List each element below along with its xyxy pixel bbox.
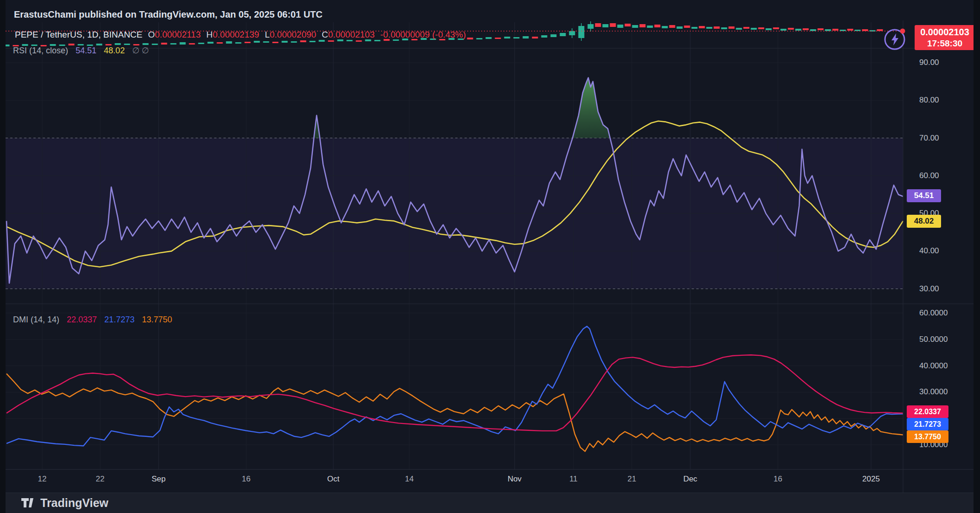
rsi-empty-values: ∅ ∅ — [132, 45, 149, 56]
mini-candle — [569, 31, 575, 35]
rsi-ma-value: 48.02 — [104, 46, 125, 56]
rsi-axis-label: 70.00 — [919, 134, 939, 143]
alert-lightning-icon[interactable] — [882, 26, 909, 53]
mini-candle — [532, 37, 538, 38]
ohlc-close: C0.00002103 — [322, 30, 375, 40]
rsi-axis-label: 80.00 — [919, 96, 939, 105]
mini-candle — [825, 29, 831, 31]
symbol-pair[interactable]: PEPE / TetherUS, 1D, BINANCE — [15, 30, 142, 40]
mini-candle — [161, 43, 167, 45]
mini-candle — [588, 24, 594, 29]
mini-candle — [523, 36, 529, 38]
last-price: 0.00002103 — [920, 26, 969, 38]
mini-candle — [632, 25, 638, 28]
minus-di-line — [6, 374, 903, 452]
mini-candle — [273, 42, 279, 43]
mini-candle — [714, 26, 720, 29]
mini-candle — [751, 28, 757, 30]
mini-candle — [803, 28, 809, 30]
right-edge-strip — [974, 0, 980, 513]
dmi-axis-label: 30.0000 — [919, 387, 948, 397]
mini-candle — [788, 28, 794, 30]
time-axis-label: 16 — [225, 475, 267, 484]
mini-candle — [677, 26, 683, 29]
mini-candle — [744, 27, 750, 29]
rsi-pane-label[interactable]: RSI (14, close) — [13, 46, 68, 56]
mini-candle — [603, 24, 609, 27]
mini-candle — [171, 43, 177, 45]
mini-candle — [300, 40, 306, 42]
dmi-adx-value: 22.0337 — [67, 315, 97, 325]
rsi-axis-label: 90.00 — [919, 58, 939, 67]
lightning-bolt-glyph — [891, 33, 898, 45]
plus-di-price-badge: 21.7273 — [907, 418, 948, 430]
time-axis-label: Nov — [494, 475, 535, 484]
symbol-info-row[interactable]: PEPE / TetherUS, 1D, BINANCE O0.00002113… — [15, 30, 466, 40]
mini-candle — [617, 25, 624, 28]
alert-notification-dot — [900, 29, 905, 34]
mini-candle — [699, 26, 705, 28]
time-axis-label: 11 — [553, 475, 594, 484]
mini-candle — [692, 27, 698, 29]
footer-bar: TradingView — [0, 493, 980, 513]
mini-candle — [208, 42, 214, 44]
dmi-minus-di-value: 13.7750 — [142, 315, 172, 325]
mini-candle — [514, 37, 520, 38]
mini-candle — [143, 43, 149, 45]
mini-candle — [669, 25, 675, 28]
dmi-pane-label[interactable]: DMI (14, 14) — [13, 315, 59, 325]
mini-candle — [610, 23, 616, 27]
adx-price-badge: 22.0337 — [907, 405, 948, 418]
tradingview-logo-text[interactable]: TradingView — [40, 496, 108, 510]
price-change: -0.00000009 (-0.43%) — [380, 30, 466, 40]
mini-candle — [721, 27, 727, 29]
rsi-axis-label: 60.00 — [919, 171, 939, 180]
dmi-indicator-row[interactable]: DMI (14, 14) 22.0337 21.7273 13.7750 — [13, 315, 172, 325]
rsi-indicator-row[interactable]: RSI (14, close) 54.51 48.02 ∅ ∅ — [13, 45, 149, 56]
mini-candle — [375, 40, 381, 41]
mini-candle — [328, 40, 334, 42]
minus-di-price-badge: 13.7750 — [907, 430, 948, 443]
rsi-axis-label: 30.00 — [919, 284, 939, 294]
published-line: ErastusChami published on TradingView.co… — [14, 9, 323, 20]
mini-candle — [467, 38, 473, 39]
mini-candle — [579, 26, 585, 38]
chart-canvas[interactable] — [0, 0, 980, 513]
left-edge-strip — [0, 0, 6, 513]
mini-candle — [758, 27, 764, 29]
mini-candle — [766, 28, 772, 30]
mini-candle — [347, 40, 353, 41]
time-axis-label: 2025 — [850, 475, 892, 484]
mini-candle — [684, 26, 690, 28]
mini-candle — [180, 42, 186, 45]
mini-candle — [560, 33, 566, 36]
mini-candle — [847, 29, 853, 31]
mini-candle — [647, 26, 653, 28]
plus-di-line — [6, 326, 903, 446]
mini-candle — [640, 24, 646, 27]
mini-candle — [189, 43, 195, 45]
time-axis-label: Oct — [312, 475, 354, 484]
dmi-axis-label: 40.0000 — [919, 361, 948, 371]
mini-candle — [356, 40, 362, 42]
rsi-value: 54.51 — [76, 46, 96, 56]
ohlc-low: L0.00002090 — [265, 30, 316, 40]
dmi-axis-label: 60.0000 — [919, 308, 948, 318]
ohlc-high: H0.00002139 — [206, 30, 259, 40]
mini-candle — [319, 40, 325, 42]
mini-candle — [486, 37, 492, 39]
adx-line — [6, 355, 903, 431]
mini-candle — [625, 24, 631, 26]
mini-candle — [115, 43, 121, 45]
mini-candle — [245, 42, 251, 43]
mini-candle — [198, 43, 204, 44]
mini-candle — [291, 41, 297, 43]
mini-candle — [254, 41, 260, 43]
mini-candle — [124, 44, 130, 45]
dmi-axis-label: 50.0000 — [919, 335, 948, 344]
ohlc-open: O0.00002113 — [148, 30, 201, 40]
tradingview-logo-icon[interactable] — [21, 498, 34, 508]
mini-candle — [729, 26, 735, 29]
bar-countdown: 17:58:30 — [927, 38, 962, 49]
time-axis-label: Sep — [138, 475, 179, 484]
